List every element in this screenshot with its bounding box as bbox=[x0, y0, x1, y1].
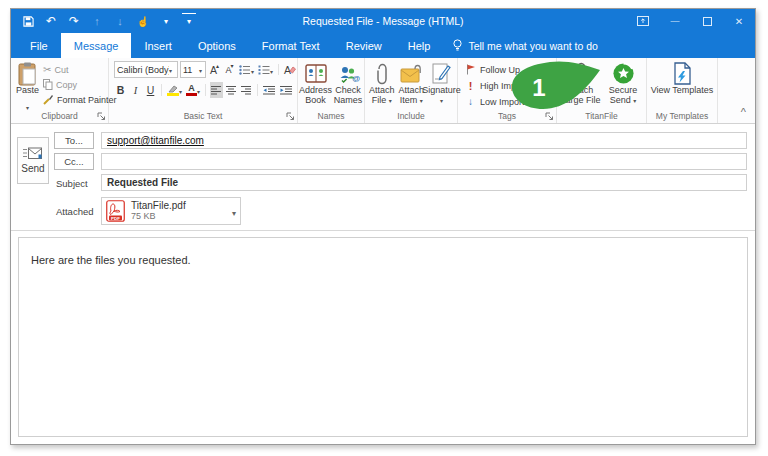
attachment-chip[interactable]: PDF TitanFile.pdf 75 KB bbox=[101, 197, 241, 225]
font-name-combo[interactable]: Calibri (Body) bbox=[114, 61, 178, 78]
ribbon-display-options-button[interactable] bbox=[627, 9, 659, 33]
message-body-text: Here are the files you requested. bbox=[31, 254, 191, 266]
basic-text-dialog-launcher[interactable] bbox=[286, 112, 295, 121]
align-left-button[interactable] bbox=[210, 82, 223, 98]
tab-message[interactable]: Message bbox=[61, 33, 132, 58]
paperclip-icon bbox=[375, 61, 389, 86]
to-field[interactable]: support@titanfile.com bbox=[101, 132, 747, 149]
at-sign-glyph bbox=[352, 67, 360, 85]
attachment-dropdown-caret-icon[interactable] bbox=[232, 202, 236, 220]
highlight-color-button[interactable] bbox=[166, 82, 183, 98]
font-color-button[interactable]: A bbox=[185, 82, 201, 98]
check-names-button[interactable]: Check Names bbox=[332, 60, 364, 105]
attached-label: Attached bbox=[56, 206, 94, 217]
bold-button[interactable]: B bbox=[114, 82, 127, 98]
shrink-font-button[interactable]: A▾ bbox=[223, 62, 236, 78]
ribbon-spacer bbox=[718, 58, 755, 123]
high-importance-icon bbox=[465, 80, 476, 92]
close-button[interactable] bbox=[723, 9, 755, 33]
touch-mode-dropdown-caret-icon[interactable] bbox=[159, 13, 173, 29]
clipboard-dialog-launcher[interactable] bbox=[97, 112, 106, 121]
align-center-icon bbox=[226, 86, 237, 95]
tags-dialog-launcher[interactable] bbox=[545, 112, 554, 121]
group-names: Address Book Check Names Names bbox=[298, 58, 365, 123]
message-body-editor[interactable]: Here are the files you requested. bbox=[18, 237, 748, 437]
numbering-button[interactable] bbox=[257, 62, 274, 78]
secure-send-button[interactable]: Secure Send bbox=[603, 60, 643, 106]
cc-button[interactable]: Cc... bbox=[54, 153, 94, 170]
cc-field[interactable] bbox=[101, 153, 747, 170]
cut-label: Cut bbox=[54, 65, 68, 75]
window-controls bbox=[627, 9, 755, 33]
attach-file-button[interactable]: Attach File bbox=[367, 60, 397, 106]
font-name-caret-icon bbox=[169, 65, 172, 75]
copy-button[interactable]: Copy bbox=[43, 77, 117, 92]
collapse-ribbon-button[interactable] bbox=[741, 106, 746, 118]
view-templates-button[interactable]: View Templates bbox=[648, 60, 716, 96]
increase-indent-button[interactable] bbox=[279, 82, 294, 98]
paste-label: Paste bbox=[16, 86, 39, 96]
save-button[interactable] bbox=[21, 13, 35, 29]
customize-qat-button[interactable] bbox=[182, 13, 196, 29]
bullets-button[interactable] bbox=[238, 62, 255, 78]
scissors-icon bbox=[43, 64, 51, 75]
tab-help[interactable]: Help bbox=[395, 33, 444, 58]
attachment-name: TitanFile.pdf bbox=[131, 200, 232, 211]
cut-button[interactable]: Cut bbox=[43, 62, 117, 77]
redo-button[interactable] bbox=[67, 13, 81, 29]
check-names-label: Check Names bbox=[332, 86, 364, 105]
to-button[interactable]: To... bbox=[54, 132, 94, 149]
italic-button[interactable]: I bbox=[129, 82, 142, 98]
message-window: Requested File - Message (HTML) File Mes… bbox=[10, 8, 756, 445]
decrease-indent-button[interactable] bbox=[262, 82, 277, 98]
font-size-value: 11 bbox=[183, 65, 199, 75]
clipboard-icon bbox=[18, 61, 37, 86]
clipboard-group-label: Clipboard bbox=[11, 111, 108, 121]
address-book-label: Address Book bbox=[299, 86, 332, 105]
quick-access-toolbar bbox=[11, 13, 196, 29]
align-right-icon bbox=[241, 86, 252, 95]
align-left-icon bbox=[211, 86, 222, 95]
format-painter-label: Format Painter bbox=[57, 95, 117, 105]
grow-font-button[interactable]: A▴ bbox=[208, 62, 221, 78]
bullet-list-icon bbox=[239, 65, 251, 75]
signature-icon bbox=[432, 61, 451, 86]
next-item-button[interactable] bbox=[113, 13, 127, 29]
view-templates-label: View Templates bbox=[651, 86, 714, 96]
previous-item-button[interactable] bbox=[90, 13, 104, 29]
send-button[interactable]: Send bbox=[17, 137, 49, 184]
tab-insert[interactable]: Insert bbox=[131, 33, 185, 58]
compose-header: Send To... support@titanfile.com Cc... S… bbox=[11, 124, 755, 231]
my-templates-group-label: My Templates bbox=[647, 111, 717, 121]
callout-number: 1 bbox=[532, 74, 545, 101]
tab-options[interactable]: Options bbox=[185, 33, 249, 58]
pdf-label: PDF bbox=[111, 216, 120, 221]
secure-send-icon bbox=[612, 61, 635, 86]
align-center-button[interactable] bbox=[225, 82, 238, 98]
signature-button[interactable]: Signature bbox=[426, 60, 457, 106]
lightbulb-icon bbox=[453, 39, 462, 52]
font-size-combo[interactable]: 11 bbox=[180, 61, 206, 78]
tab-review[interactable]: Review bbox=[333, 33, 395, 58]
format-painter-button[interactable]: Format Painter bbox=[43, 92, 117, 107]
font-size-caret-icon bbox=[199, 65, 202, 75]
clear-formatting-button[interactable]: A bbox=[283, 62, 297, 78]
flag-icon bbox=[465, 64, 476, 75]
paste-button[interactable]: Paste bbox=[16, 60, 39, 114]
align-right-button[interactable] bbox=[240, 82, 253, 98]
maximize-icon bbox=[703, 17, 712, 26]
minimize-button[interactable] bbox=[659, 9, 691, 33]
maximize-button[interactable] bbox=[691, 9, 723, 33]
subject-field[interactable]: Requested File bbox=[101, 174, 747, 191]
tell-me-box[interactable]: Tell me what you want to do bbox=[443, 33, 608, 58]
subject-label: Subject bbox=[56, 178, 88, 189]
tab-format-text[interactable]: Format Text bbox=[249, 33, 333, 58]
address-book-button[interactable]: Address Book bbox=[299, 60, 332, 105]
paintbrush-icon bbox=[43, 94, 54, 105]
underline-button[interactable]: U bbox=[144, 82, 157, 98]
signature-label: Signature bbox=[422, 85, 461, 95]
font-color-glyph: A bbox=[188, 84, 195, 93]
tab-file[interactable]: File bbox=[17, 33, 61, 58]
touch-mouse-mode-button[interactable] bbox=[136, 13, 150, 29]
undo-button[interactable] bbox=[44, 13, 58, 29]
